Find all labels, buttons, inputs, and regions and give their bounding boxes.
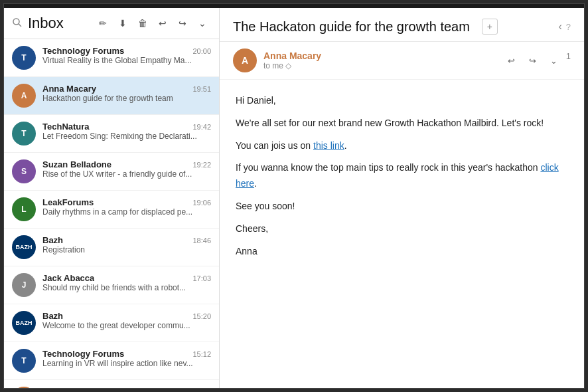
signature: Anna [236,244,568,260]
email-sender-8: Bazh [42,311,63,321]
email-body-2: Anna Macary19:51Hackathon guide for the … [42,84,211,103]
email-body-10: Anna Macary14:18How Should We Tax Self-D… [42,387,211,388]
email-list-item-10[interactable]: AAnna Macary14:18How Should We Tax Self-… [4,380,219,388]
email-body-1: Technology Forums20:00Virtual Reality is… [42,46,211,65]
email-time-9: 15:12 [192,350,211,358]
email-body-5: LeakForums19:06Daily rhythms in a camp f… [42,197,211,217]
email-sender-1: Technology Forums [42,46,124,56]
email-body-8: Bazh15:20Welcome to the great developer … [42,311,211,330]
line1: We're all set for our next brand new Gro… [236,116,568,132]
nav-arrows: ‹ ? [558,21,571,33]
toolbar-icons: ✏ ⬇ 🗑 ↩ ↪ ⌄ [94,15,211,32]
email-sender-3: TechNatura [42,122,90,132]
email-body-9: Technology Forums15:12Learning in VR wil… [42,349,211,368]
search-icon[interactable] [12,17,23,30]
sender-name: Anna Macary [263,50,496,61]
app-container: Inbox ✏ ⬇ 🗑 ↩ ↪ ⌄ TTechnology Forums20:0… [3,3,585,389]
email-subject-4: Rise of the UX writer - a friendly guide… [42,169,211,179]
line3-post: . [254,178,257,189]
line4: See you soon! [236,199,568,215]
reply-all-button[interactable]: ↩ [154,15,171,32]
email-sender-6: Bazh [42,235,63,245]
email-list-item-8[interactable]: BAZHBazh15:20Welcome to the great develo… [4,304,219,342]
email-list-item-4[interactable]: SSuzan Belladone19:22Rise of the UX writ… [4,153,219,191]
email-time-3: 19:42 [192,123,211,131]
right-panel: The Hackaton guide for the growth team +… [220,8,584,388]
email-actions-right: ↩ ↪ ⌄ 1 [502,51,571,70]
avatar-10: A [12,387,36,388]
avatar-4: S [12,159,36,183]
delete-button[interactable]: 🗑 [134,15,151,32]
svg-line-1 [19,23,21,26]
email-subject-7: Should my child be friends with a robot.… [42,283,211,292]
email-list-item-5[interactable]: LLeakForums19:06Daily rhythms in a camp … [4,191,219,229]
email-time-5: 19:06 [192,199,211,207]
email-time-7: 17:03 [192,274,211,282]
avatar-6: BAZH [12,235,36,259]
email-subject-8: Welcome to the great developer commu... [42,321,211,330]
avatar-2: A [12,84,36,108]
email-list-item-9[interactable]: TTechnology Forums15:12Learning in VR wi… [4,342,219,380]
left-panel: Inbox ✏ ⬇ 🗑 ↩ ↪ ⌄ TTechnology Forums20:0… [4,8,220,388]
email-time-1: 20:00 [192,47,211,55]
forward-action-button[interactable]: ↪ [524,51,542,70]
page-number: 1 [566,51,571,70]
email-time-6: 18:46 [192,237,211,245]
sender-avatar: A [233,49,257,72]
avatar-3: T [12,122,36,146]
email-list-item-3[interactable]: TTechNatura19:42Let Freedom Sing: Remixi… [4,115,219,153]
email-sender-4: Suzan Belladone [42,159,111,169]
email-subject-2: Hackathon guide for the growth team [42,94,211,103]
email-content: Hi Daniel, We're all set for our next br… [220,80,584,388]
email-list-item-7[interactable]: JJack Abacca17:03Should my child be frie… [4,266,219,304]
email-body-6: Bazh18:46Registration [42,235,211,254]
inbox-title: Inbox [28,15,89,32]
more-button[interactable]: ⌄ [194,15,211,32]
inbox-header: Inbox ✏ ⬇ 🗑 ↩ ↪ ⌄ [4,8,219,39]
email-body-4: Suzan Belladone19:22Rise of the UX write… [42,159,211,179]
email-subject-1: Virtual Reality is the Global Empathy Ma… [42,56,211,65]
avatar-5: L [12,197,36,221]
email-list-item-2[interactable]: AAnna Macary19:51Hackathon guide for the… [4,77,219,115]
add-tab-button[interactable]: + [482,19,498,35]
email-time-8: 15:20 [192,312,211,320]
email-time-4: 19:22 [192,161,211,169]
email-detail-title: The Hackaton guide for the growth team [233,19,470,35]
sender-info: Anna Macary to me ◇ [263,50,496,70]
compose-button[interactable]: ✏ [94,15,111,32]
email-body-3: TechNatura19:42Let Freedom Sing: Remixin… [42,122,211,141]
line3: If you wanna know the top main tips to r… [236,160,568,192]
email-subject-9: Learning in VR will inspire action like … [42,359,211,368]
line2: You can jois us on this link. [236,138,568,154]
greeting: Hi Daniel, [236,93,568,109]
svg-point-0 [13,19,19,25]
email-subject-6: Registration [42,245,211,254]
email-sender-5: LeakForums [42,197,94,207]
forward-button[interactable]: ↪ [174,15,191,32]
email-time-2: 19:51 [192,85,211,93]
email-sender-2: Anna Macary [42,84,96,94]
more-action-button[interactable]: ⌄ [545,51,563,70]
avatar-9: T [12,349,36,373]
reply-button[interactable]: ↩ [502,51,521,70]
nav-back-arrow[interactable]: ‹ [558,21,561,33]
email-subject-5: Daily rhythms in a camp for displaced pe… [42,207,211,217]
email-subject-3: Let Freedom Sing: Remixing the Declarati… [42,132,211,141]
title-row: The Hackaton guide for the growth team + [233,19,498,35]
email-list-item-1[interactable]: TTechnology Forums20:00Virtual Reality i… [4,39,219,77]
email-body-7: Jack Abacca17:03Should my child be frien… [42,273,211,292]
email-sender-9: Technology Forums [42,349,124,359]
email-sender-7: Jack Abacca [42,273,94,283]
line2-post: . [344,140,347,151]
download-button[interactable]: ⬇ [114,15,131,32]
email-detail-header: The Hackaton guide for the growth team +… [220,8,584,42]
avatar-1: T [12,46,36,70]
main-content: Inbox ✏ ⬇ 🗑 ↩ ↪ ⌄ TTechnology Forums20:0… [4,8,584,388]
nav-question[interactable]: ? [566,22,571,32]
line3-pre: If you wanna know the top main tips to r… [236,162,540,173]
avatar-7: J [12,273,36,297]
this-link[interactable]: this link [313,140,344,151]
email-list-item-6[interactable]: BAZHBazh18:46Registration [4,229,219,266]
line5: Cheers, [236,221,568,237]
email-meta: A Anna Macary to me ◇ ↩ ↪ ⌄ 1 [220,42,584,80]
